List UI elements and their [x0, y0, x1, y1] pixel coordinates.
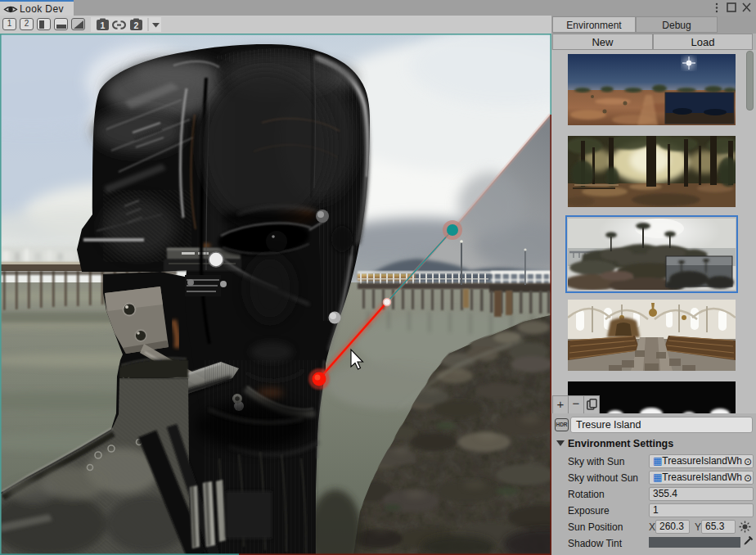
svg-text:1: 1 [101, 20, 106, 30]
svg-text:2: 2 [134, 20, 139, 30]
